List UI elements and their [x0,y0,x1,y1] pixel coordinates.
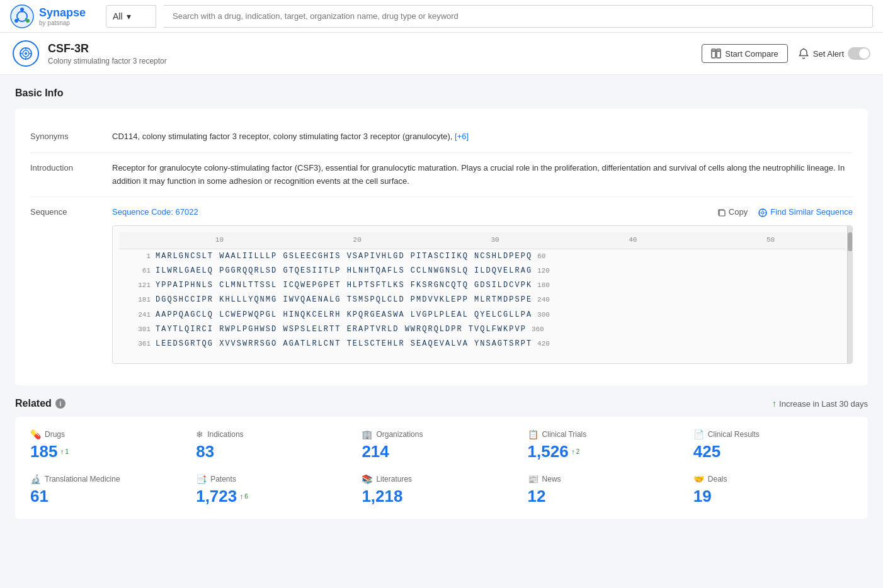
sequence-ruler: 1020304050 [119,232,846,249]
related-item[interactable]: 🏢 Organizations 214 [362,429,521,461]
find-similar-icon [758,208,768,218]
count-value: 1,723 [196,487,237,506]
related-item-label: News [542,475,561,483]
synonyms-value: CD114, colony stimulating factor 3 recep… [112,130,853,144]
count-value: 185 [30,442,57,461]
sequence-scrollbar-thumb [848,232,853,251]
compare-label: Start Compare [725,49,778,59]
synonyms-row: Synonyms CD114, colony stimulating facto… [30,122,853,153]
synonyms-more-link[interactable]: [+6] [455,132,469,141]
increase-label: ↑ Increase in Last 30 days [772,399,868,409]
svg-line-6 [25,18,26,20]
related-item-count: 19 [693,487,853,506]
seq-end-num: 120 [537,266,550,277]
top-header: Synapse by patsnap All ▾ [0,0,883,33]
related-item-header: 📄 Clinical Results [693,429,853,439]
seq-data: TAYTLQIRCI RWPLPGHWSD WSPSLELRTT ERAPTVR… [156,324,527,336]
related-item[interactable]: 💊 Drugs 185 ↑1 [30,429,190,461]
related-item-header: 📰 News [528,474,687,484]
related-info-icon[interactable]: i [55,399,66,409]
chevron-down-icon: ▾ [127,11,131,21]
related-item-label: Clinical Results [708,430,760,439]
related-item-icon: 📚 [362,474,372,484]
basic-info-section: Basic Info Synonyms CD114, colony stimul… [15,88,868,385]
seq-end-num: 300 [537,310,550,321]
related-item-label: Clinical Trials [542,430,587,439]
entity-title-area: CSF-3R Colony stimulating factor 3 recep… [48,42,167,65]
seq-end-num: 180 [537,280,550,291]
compare-icon [711,48,721,59]
sequence-row: Sequence Sequence Code: 67022 Copy [30,197,853,373]
svg-point-10 [25,52,27,55]
entity-info: CSF-3R Colony stimulating factor 3 recep… [13,40,167,67]
entity-actions: Start Compare Set Alert [702,44,870,63]
alert-toggle[interactable] [848,47,870,60]
synapse-logo-icon [10,4,34,28]
sequence-code-link[interactable]: Sequence Code: 67022 [112,206,198,219]
related-item-header: 📚 Literatures [362,474,521,484]
related-grid: 💊 Drugs 185 ↑1 ❄ Indications 83 🏢 Organi… [15,417,868,519]
brand-name: Synapse [39,6,86,20]
related-item[interactable]: 📋 Clinical Trials 1,526 ↑2 [528,429,687,461]
sequence-row: 241 AAPPQAGCLQ LCWEPWQPGL HINQKCELRH KPQ… [119,308,846,322]
sequence-label: Sequence [30,206,112,364]
related-item-icon: 📄 [693,429,704,439]
related-item[interactable]: 📄 Clinical Results 425 [693,429,853,461]
related-item[interactable]: 🤝 Deals 19 [693,474,853,506]
sequence-scrollbar[interactable] [847,226,852,363]
related-item[interactable]: ❄ Indications 83 [196,429,355,461]
sequence-header: Sequence Code: 67022 Copy [112,206,853,219]
introduction-row: Introduction Receptor for granulocyte co… [30,153,853,198]
synonyms-text: CD114, colony stimulating factor 3 recep… [112,132,452,141]
count-increase: ↑6 [239,492,248,501]
seq-end-num: 60 [537,251,545,263]
copy-button[interactable]: Copy [717,206,748,219]
related-item-count: 83 [196,442,355,461]
svg-line-7 [18,18,20,20]
related-item-label: Literatures [376,475,412,483]
svg-rect-20 [719,210,725,216]
entity-header: CSF-3R Colony stimulating factor 3 recep… [0,33,883,75]
related-item[interactable]: 📑 Patents 1,723 ↑6 [196,474,355,506]
related-item[interactable]: 📰 News 12 [528,474,687,506]
copy-label: Copy [729,206,748,219]
search-input[interactable] [164,5,873,28]
seq-start-num: 121 [125,280,151,291]
find-similar-label: Find Similar Sequence [770,206,853,219]
count-value: 1,218 [362,487,402,506]
related-item-header: 🏢 Organizations [362,429,521,439]
related-item[interactable]: 🔬 Translational Medicine 61 [30,474,190,506]
introduction-label: Introduction [30,162,112,188]
brand-sub: by patsnap [39,20,86,26]
find-similar-button[interactable]: Find Similar Sequence [758,206,853,219]
sequence-actions: Copy F [717,206,853,219]
sequence-row: 361 LEEDSGRTQG XVVSWRRSGO AGATLRLCNT TEL… [119,337,846,351]
count-value: 61 [30,487,48,506]
sequence-value: Sequence Code: 67022 Copy [112,206,853,364]
sequence-box[interactable]: 1020304050 1 MARLGNCSLT WAALIILLLP GSLEE… [112,225,853,364]
start-compare-button[interactable]: Start Compare [702,44,788,63]
related-title: Related [15,398,52,409]
count-value: 1,526 [528,442,569,461]
seq-start-num: 61 [125,266,151,277]
main-content: Basic Info Synonyms CD114, colony stimul… [0,75,883,588]
sequence-scroll[interactable]: 1020304050 1 MARLGNCSLT WAALIILLLP GSLEE… [113,226,852,364]
related-item-icon: 📋 [528,429,538,439]
increase-arrow-icon: ↑ [772,399,777,409]
related-item-label: Patents [210,475,236,483]
related-item-label: Deals [708,475,727,483]
basic-info-title: Basic Info [15,88,868,99]
bell-icon [798,48,809,59]
related-item[interactable]: 📚 Literatures 1,218 [362,474,521,506]
increase-text: Increase in Last 30 days [779,399,868,409]
svg-point-22 [761,212,764,214]
search-type-dropdown[interactable]: All ▾ [106,5,156,28]
related-item-label: Indications [207,430,243,439]
introduction-value: Receptor for granulocyte colony-stimulat… [112,162,853,188]
related-item-icon: 🏢 [362,429,372,439]
related-item-count: 1,526 ↑2 [528,442,687,461]
alert-label: Set Alert [813,49,844,59]
related-item-icon: 💊 [30,429,41,439]
related-item-icon: 🔬 [30,474,41,484]
related-item-icon: 🤝 [693,474,704,484]
